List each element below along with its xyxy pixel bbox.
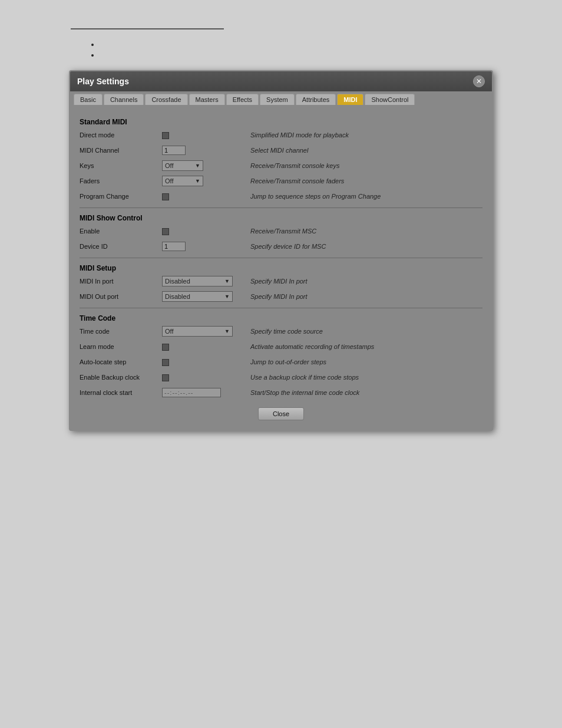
dropdown-midi-out-value: Disabled [165, 293, 190, 300]
label-learn-mode: Learn mode [80, 343, 162, 350]
bullets-list [100, 40, 538, 60]
dialog-title: Play Settings [77, 77, 129, 86]
control-midi-out-port: Disabled ▼ [162, 291, 239, 302]
control-auto-locate [162, 358, 239, 367]
row-midi-channel: MIDI Channel Select MIDI channel [80, 144, 482, 157]
desc-direct-mode: Simplified MIDI mode for playback [250, 131, 349, 139]
control-time-code: Off ▼ [162, 326, 239, 337]
row-program-change: Program Change Jump to sequence steps on… [80, 190, 482, 203]
row-direct-mode: Direct mode Simplified MIDI mode for pla… [80, 129, 482, 141]
label-faders: Faders [80, 177, 162, 185]
page-content: Play Settings ✕ Basic Channels Crossfade… [0, 0, 562, 449]
dropdown-midi-in-value: Disabled [165, 278, 190, 285]
row-midi-out-port: MIDI Out port Disabled ▼ Specify MIDI In… [80, 290, 482, 303]
dropdown-time-code-arrow: ▼ [224, 328, 230, 334]
row-faders: Faders Off ▼ Receive/Transmit console fa… [80, 174, 482, 187]
dropdown-time-code-value: Off [165, 328, 173, 335]
desc-learn-mode: Activate automatic recording of timestam… [250, 343, 374, 350]
desc-enable: Receive/Transmit MSC [250, 228, 316, 235]
close-button[interactable]: Close [258, 407, 304, 420]
dropdown-time-code[interactable]: Off ▼ [162, 326, 233, 337]
control-backup-clock [162, 373, 239, 382]
desc-midi-channel: Select MIDI channel [250, 147, 308, 154]
label-internal-clock: Internal clock start [80, 389, 162, 396]
desc-device-id: Specify device ID for MSC [250, 243, 326, 250]
section-midi-show-control-title: MIDI Show Control [80, 214, 482, 222]
label-time-code: Time code [80, 328, 162, 335]
row-auto-locate: Auto-locate step Jump to out-of-order st… [80, 355, 482, 368]
control-program-change [162, 192, 239, 201]
dropdown-faders-value: Off [165, 177, 173, 185]
label-enable: Enable [80, 228, 162, 235]
label-direct-mode: Direct mode [80, 131, 162, 139]
row-midi-in-port: MIDI In port Disabled ▼ Specify MIDI In … [80, 275, 482, 288]
row-time-code: Time code Off ▼ Specify time code source [80, 325, 482, 338]
label-auto-locate: Auto-locate step [80, 358, 162, 365]
dropdown-midi-in-port[interactable]: Disabled ▼ [162, 276, 233, 286]
desc-program-change: Jump to sequence steps on Program Change [250, 193, 381, 200]
section-standard-midi-title: Standard MIDI [80, 118, 482, 126]
label-keys: Keys [80, 162, 162, 169]
tab-showcontrol[interactable]: ShowControl [365, 94, 415, 105]
checkbox-learn-mode[interactable] [162, 344, 169, 351]
divider-line [71, 28, 224, 29]
desc-backup-clock: Use a backup clock if time code stops [250, 374, 359, 381]
dropdown-midi-out-port[interactable]: Disabled ▼ [162, 291, 233, 302]
separator-2 [80, 258, 482, 258]
checkbox-program-change[interactable] [162, 193, 169, 200]
input-internal-clock[interactable] [162, 388, 221, 397]
checkbox-backup-clock[interactable] [162, 374, 169, 381]
checkbox-enable[interactable] [162, 228, 169, 235]
dropdown-faders-arrow: ▼ [195, 178, 200, 184]
input-midi-channel[interactable] [162, 146, 186, 155]
desc-time-code: Specify time code source [250, 328, 323, 335]
control-faders: Off ▼ [162, 176, 239, 186]
desc-faders: Receive/Transmit console faders [250, 177, 344, 185]
label-device-id: Device ID [80, 243, 162, 250]
checkbox-auto-locate[interactable] [162, 359, 169, 366]
close-icon: ✕ [476, 77, 482, 85]
row-learn-mode: Learn mode Activate automatic recording … [80, 340, 482, 353]
control-enable [162, 227, 239, 236]
tab-basic[interactable]: Basic [74, 94, 103, 105]
tab-crossfade[interactable]: Crossfade [145, 94, 187, 105]
tab-midi[interactable]: MIDI [337, 94, 363, 105]
desc-auto-locate: Jump to out-of-order steps [250, 358, 326, 365]
checkbox-direct-mode[interactable] [162, 132, 169, 139]
desc-midi-out-port: Specify MIDI In port [250, 293, 308, 300]
control-device-id [162, 242, 239, 251]
control-midi-channel [162, 146, 239, 155]
label-midi-channel: MIDI Channel [80, 147, 162, 154]
control-learn-mode [162, 342, 239, 351]
tab-effects[interactable]: Effects [226, 94, 259, 105]
section-midi-setup-title: MIDI Setup [80, 264, 482, 272]
separator-1 [80, 207, 482, 208]
tab-channels[interactable]: Channels [104, 94, 144, 105]
tab-system[interactable]: System [260, 94, 295, 105]
row-keys: Keys Off ▼ Receive/Transmit console keys [80, 159, 482, 172]
tabs-bar: Basic Channels Crossfade Masters Effects… [70, 91, 492, 105]
play-settings-dialog: Play Settings ✕ Basic Channels Crossfade… [69, 70, 493, 431]
dropdown-keys[interactable]: Off ▼ [162, 160, 203, 171]
dropdown-midi-out-arrow: ▼ [224, 294, 230, 299]
control-keys: Off ▼ [162, 160, 239, 171]
label-midi-in-port: MIDI In port [80, 278, 162, 285]
tab-attributes[interactable]: Attributes [296, 94, 336, 105]
row-internal-clock: Internal clock start Start/Stop the inte… [80, 386, 482, 399]
label-backup-clock: Enable Backup clock [80, 374, 162, 381]
row-device-id: Device ID Specify device ID for MSC [80, 240, 482, 253]
desc-keys: Receive/Transmit console keys [250, 162, 339, 169]
dropdown-faders[interactable]: Off ▼ [162, 176, 203, 186]
control-internal-clock [162, 388, 239, 397]
tab-masters[interactable]: Masters [189, 94, 225, 105]
bullet-item-2 [100, 51, 538, 60]
dialog-close-button[interactable]: ✕ [473, 75, 485, 87]
control-midi-in-port: Disabled ▼ [162, 276, 239, 286]
dialog-body: Standard MIDI Direct mode Simplified MID… [70, 105, 492, 430]
row-backup-clock: Enable Backup clock Use a backup clock i… [80, 371, 482, 384]
dropdown-midi-in-arrow: ▼ [224, 278, 230, 284]
label-midi-out-port: MIDI Out port [80, 293, 162, 300]
row-enable: Enable Receive/Transmit MSC [80, 225, 482, 238]
label-program-change: Program Change [80, 193, 162, 200]
input-device-id[interactable] [162, 242, 186, 251]
